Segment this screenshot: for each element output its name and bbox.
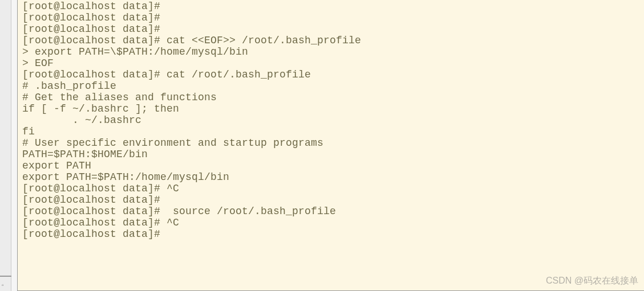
terminal-line: [root@localhost data]# cat /root/.bash_p… — [22, 69, 644, 80]
terminal-line: . ~/.bashrc — [22, 114, 644, 126]
terminal-line: export PATH — [22, 160, 644, 171]
terminal-line: if [ -f ~/.bashrc ]; then — [22, 103, 644, 114]
terminal-line: [root@localhost data]# — [22, 194, 644, 206]
terminal-line: fi — [22, 126, 644, 137]
terminal-line: [root@localhost data]# — [22, 1, 644, 12]
terminal-line: # .bash_profile — [22, 80, 644, 92]
left-panel: ▫ — [0, 0, 11, 291]
terminal-line: [root@localhost data]# ^C — [22, 183, 644, 194]
terminal-line: [root@localhost data]# source /root/.bas… — [22, 206, 644, 217]
terminal-line: [root@localhost data]# ^C — [22, 217, 644, 228]
panel-icon: ▫ — [1, 280, 9, 288]
terminal-line: [root@localhost data]# — [22, 23, 644, 35]
terminal-line: > export PATH=\$PATH:/home/mysql/bin — [22, 46, 644, 58]
terminal-line: export PATH=$PATH:/home/mysql/bin — [22, 171, 644, 183]
panel-splitter[interactable] — [0, 276, 11, 277]
terminal-line: [root@localhost data]# — [22, 12, 644, 23]
terminal-window[interactable]: [root@localhost data]# [root@localhost d… — [17, 0, 644, 291]
terminal-line: [root@localhost data]# — [22, 228, 644, 240]
terminal-line: PATH=$PATH:$HOME/bin — [22, 149, 644, 160]
terminal-line: [root@localhost data]# cat <<EOF>> /root… — [22, 35, 644, 46]
terminal-line: # Get the aliases and functions — [22, 92, 644, 103]
watermark-text: CSDN @码农在线接单 — [546, 275, 638, 286]
terminal-line: > EOF — [22, 58, 644, 69]
terminal-line: # User specific environment and startup … — [22, 137, 644, 149]
